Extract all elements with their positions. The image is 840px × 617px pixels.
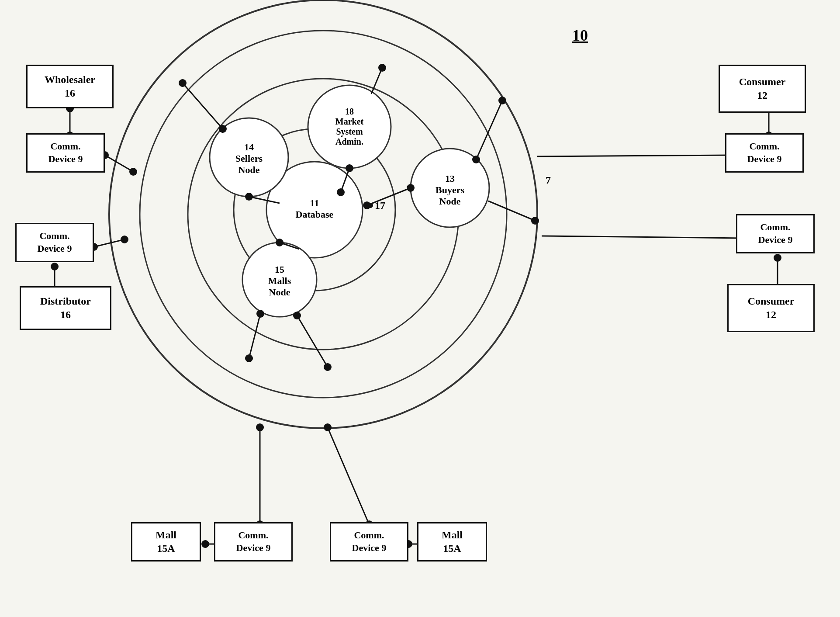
svg-point-36 (378, 64, 386, 72)
svg-text:Sellers: Sellers (235, 153, 263, 164)
svg-point-53 (51, 263, 59, 270)
comm-device-bottom-left-box: Comm. Device 9 (214, 522, 293, 562)
svg-point-65 (201, 540, 209, 548)
svg-point-34 (245, 354, 253, 362)
diagram-container: 14 Sellers Node 18 Market System Admin. … (0, 0, 840, 617)
mall-bottom-left-label: Mall 15A (156, 528, 176, 555)
svg-point-48 (276, 239, 283, 246)
comm-device-mid-left-label: Comm. Device 9 (38, 230, 72, 255)
svg-point-32 (129, 168, 137, 176)
svg-text:Buyers: Buyers (436, 184, 464, 195)
svg-text:14: 14 (244, 142, 254, 153)
svg-line-15 (488, 201, 535, 221)
distributor-box: Distributor 16 (20, 286, 111, 330)
svg-point-45 (472, 156, 480, 163)
svg-line-13 (183, 83, 223, 129)
svg-point-33 (121, 236, 128, 243)
svg-text:Malls: Malls (268, 275, 291, 286)
svg-text:17: 17 (375, 200, 385, 211)
consumer-mid-right-box: Consumer 12 (727, 284, 815, 332)
distributor-label: Distributor 16 (40, 295, 91, 322)
svg-point-61 (256, 423, 264, 431)
consumer-top-right-label: Consumer 12 (739, 75, 786, 102)
comm-device-bottom-right-label: Comm. Device 9 (352, 529, 387, 554)
svg-line-11 (367, 188, 411, 205)
svg-point-59 (774, 254, 781, 262)
svg-point-35 (324, 363, 332, 371)
svg-text:Market: Market (335, 117, 364, 126)
svg-point-37 (498, 97, 506, 104)
comm-device-mid-right-box: Comm. Device 9 (736, 214, 815, 253)
svg-text:18: 18 (345, 107, 354, 116)
svg-point-41 (346, 164, 353, 172)
svg-text:11: 11 (310, 198, 319, 208)
comm-device-mid-right-label: Comm. Device 9 (758, 221, 793, 246)
svg-line-16 (476, 101, 502, 159)
svg-line-17 (249, 314, 260, 358)
svg-point-63 (324, 423, 332, 431)
comm-device-mid-left-box: Comm. Device 9 (15, 223, 94, 262)
mall-bottom-left-box: Mall 15A (131, 522, 201, 562)
svg-text:13: 13 (445, 173, 455, 184)
svg-point-46 (256, 310, 264, 318)
svg-text:15: 15 (275, 264, 284, 275)
svg-line-19 (105, 155, 133, 172)
comm-device-top-right-box: Comm. Device 9 (725, 133, 804, 173)
svg-point-47 (293, 312, 301, 319)
wholesaler-box: Wholesaler 16 (26, 65, 114, 108)
svg-line-25 (542, 236, 743, 238)
comm-device-bottom-left-label: Comm. Device 9 (236, 529, 271, 554)
svg-text:Node: Node (439, 196, 461, 207)
wholesaler-label: Wholesaler 16 (45, 73, 95, 100)
comm-device-top-left-label: Comm. Device 9 (48, 140, 83, 165)
svg-point-67 (368, 203, 373, 208)
svg-point-44 (407, 184, 415, 192)
svg-point-42 (337, 188, 345, 196)
svg-point-39 (219, 125, 227, 133)
svg-point-38 (531, 217, 539, 225)
consumer-mid-right-label: Consumer 12 (748, 295, 795, 322)
svg-point-31 (179, 79, 187, 87)
svg-text:Admin.: Admin. (335, 137, 363, 146)
comm-device-top-left-box: Comm. Device 9 (26, 133, 105, 173)
svg-text:Database: Database (296, 209, 334, 220)
diagram-title: 10 (572, 26, 588, 45)
comm-device-top-right-label: Comm. Device 9 (747, 140, 782, 165)
svg-line-18 (297, 315, 328, 367)
svg-line-21 (94, 239, 124, 247)
svg-line-24 (537, 155, 732, 156)
svg-text:7: 7 (546, 174, 551, 186)
svg-line-28 (328, 427, 369, 524)
comm-device-bottom-right-box: Comm. Device 9 (330, 522, 408, 562)
mall-bottom-right-box: Mall 15A (417, 522, 487, 562)
svg-text:Node: Node (239, 164, 260, 175)
svg-text:Node: Node (269, 287, 290, 298)
mall-bottom-right-label: Mall 15A (442, 528, 463, 555)
consumer-top-right-box: Consumer 12 (719, 65, 806, 113)
svg-point-40 (245, 193, 253, 201)
svg-text:System: System (336, 127, 363, 137)
